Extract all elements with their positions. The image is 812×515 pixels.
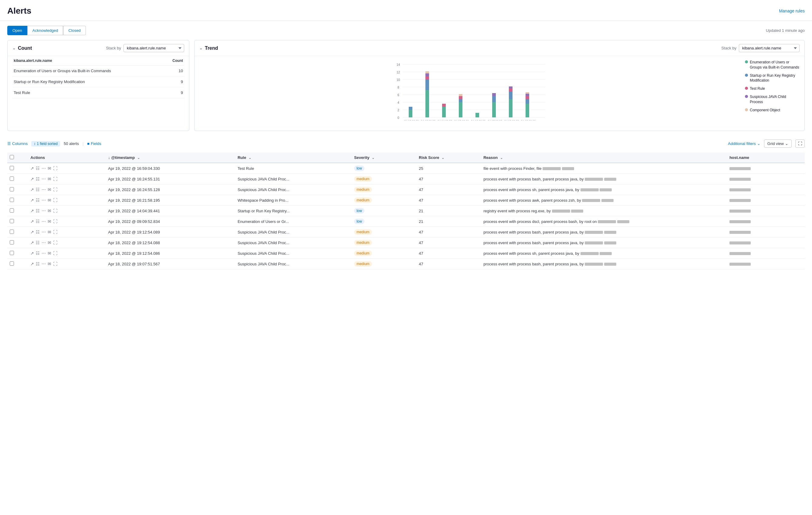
expand-row-icon[interactable]: ↗ bbox=[30, 262, 34, 266]
row-checkbox-3[interactable] bbox=[10, 198, 14, 202]
alert-icon[interactable]: ✉ bbox=[48, 240, 51, 245]
actions-header[interactable]: Actions bbox=[28, 153, 106, 163]
svg-rect-40 bbox=[526, 94, 529, 96]
row-checkbox-6[interactable] bbox=[10, 230, 14, 234]
trend-stack-by-select[interactable]: kibana.alert.rule.name bbox=[739, 44, 800, 52]
alert-icon[interactable]: ✉ bbox=[48, 230, 51, 235]
rule-header[interactable]: Rule ⌄ bbox=[235, 153, 352, 163]
fields-icon: ■ bbox=[87, 141, 89, 146]
action-icon[interactable]: ⛶ bbox=[53, 251, 57, 256]
row-checkbox-7[interactable] bbox=[10, 240, 14, 244]
investigate-icon[interactable]: ☷ bbox=[36, 240, 40, 245]
expand-button[interactable]: ⛶ bbox=[795, 140, 805, 148]
more-icon[interactable]: ⋯ bbox=[41, 262, 46, 266]
more-icon[interactable]: ⋯ bbox=[41, 166, 46, 171]
action-icon[interactable]: ⛶ bbox=[53, 166, 57, 171]
tab-open[interactable]: Open bbox=[7, 26, 27, 35]
more-icon[interactable]: ⋯ bbox=[41, 177, 46, 181]
alert-icon[interactable]: ✉ bbox=[48, 198, 51, 203]
investigate-icon[interactable]: ☷ bbox=[36, 198, 40, 203]
investigate-icon[interactable]: ☷ bbox=[36, 166, 40, 171]
action-icon[interactable]: ⛶ bbox=[53, 208, 57, 213]
severity-chevron-icon: ⌄ bbox=[372, 156, 374, 159]
count-table-row: Test Rule 9 bbox=[12, 87, 184, 98]
alert-icon[interactable]: ✉ bbox=[48, 208, 51, 213]
more-icon[interactable]: ⋯ bbox=[41, 230, 46, 235]
more-icon[interactable]: ⋯ bbox=[41, 240, 46, 245]
riskscore-header[interactable]: Risk Score ⌄ bbox=[416, 153, 481, 163]
toolbar-separator: | bbox=[83, 141, 83, 146]
expand-row-icon[interactable]: ↗ bbox=[30, 177, 34, 181]
select-all-header[interactable] bbox=[7, 153, 28, 163]
hostname-header[interactable]: host.name bbox=[727, 153, 805, 163]
row-checkbox-0[interactable] bbox=[10, 166, 14, 170]
svg-text:04-13 00:00: 04-13 00:00 bbox=[421, 120, 435, 120]
row-rule: Suspicious JAVA Child Proc... bbox=[235, 238, 352, 248]
action-icon[interactable]: ⛶ bbox=[53, 198, 57, 203]
action-icon[interactable]: ⛶ bbox=[53, 230, 57, 235]
additional-filters-button[interactable]: Additional filters ⌄ bbox=[728, 141, 760, 146]
expand-row-icon[interactable]: ↗ bbox=[30, 219, 34, 224]
count-stack-by-select[interactable]: kibana.alert.rule.name bbox=[123, 44, 184, 52]
expand-row-icon[interactable]: ↗ bbox=[30, 208, 34, 213]
expand-row-icon[interactable]: ↗ bbox=[30, 230, 34, 235]
severity-header[interactable]: Severity ⌄ bbox=[352, 153, 416, 163]
row-checkbox-5[interactable] bbox=[10, 219, 14, 223]
expand-row-icon[interactable]: ↗ bbox=[30, 240, 34, 245]
investigate-icon[interactable]: ☷ bbox=[36, 262, 40, 266]
updated-text: Updated 1 minute ago bbox=[766, 28, 805, 33]
row-checkbox-1[interactable] bbox=[10, 177, 14, 181]
expand-icon: ⛶ bbox=[798, 141, 802, 146]
row-actions: ↗ ☷ ⋯ ✉ ⛶ bbox=[28, 248, 106, 259]
alert-icon[interactable]: ✉ bbox=[48, 262, 51, 266]
more-icon[interactable]: ⋯ bbox=[41, 187, 46, 192]
trend-collapse-icon[interactable]: ⌄ bbox=[199, 46, 202, 50]
investigate-icon[interactable]: ☷ bbox=[36, 208, 40, 213]
action-icon[interactable]: ⛶ bbox=[53, 219, 57, 224]
more-icon[interactable]: ⋯ bbox=[41, 251, 46, 256]
reason-header[interactable]: Reason ⌄ bbox=[481, 153, 727, 163]
alert-icon[interactable]: ✉ bbox=[48, 219, 51, 224]
more-icon[interactable]: ⋯ bbox=[41, 208, 46, 213]
row-severity: medium bbox=[352, 195, 416, 206]
row-checkbox-2[interactable] bbox=[10, 187, 14, 191]
manage-rules-link[interactable]: Manage rules bbox=[779, 8, 805, 13]
investigate-icon[interactable]: ☷ bbox=[36, 187, 40, 192]
tab-acknowledged[interactable]: Acknowledged bbox=[27, 26, 63, 35]
investigate-icon[interactable]: ☷ bbox=[36, 219, 40, 224]
fields-button[interactable]: ■ Fields bbox=[87, 141, 102, 146]
row-checkbox-4[interactable] bbox=[10, 208, 14, 213]
action-icon[interactable]: ⛶ bbox=[53, 177, 57, 181]
investigate-icon[interactable]: ☷ bbox=[36, 251, 40, 256]
action-icon[interactable]: ⛶ bbox=[53, 262, 57, 266]
investigate-icon[interactable]: ☷ bbox=[36, 230, 40, 235]
select-all-checkbox[interactable] bbox=[10, 155, 14, 159]
row-checkbox-9[interactable] bbox=[10, 262, 14, 266]
action-icon[interactable]: ⛶ bbox=[53, 187, 57, 192]
more-icon[interactable]: ⋯ bbox=[41, 219, 46, 224]
tab-closed[interactable]: Closed bbox=[63, 26, 86, 35]
timestamp-header[interactable]: ↓ @timestamp ⌄ bbox=[106, 153, 235, 163]
expand-row-icon[interactable]: ↗ bbox=[30, 251, 34, 256]
legend-item: Test Rule bbox=[745, 86, 800, 91]
grid-view-button[interactable]: Grid view ⌄ bbox=[764, 140, 792, 148]
alert-icon[interactable]: ✉ bbox=[48, 166, 51, 171]
svg-text:12: 12 bbox=[397, 71, 400, 74]
fields-label: Fields bbox=[91, 141, 102, 146]
svg-text:04-18 00:00: 04-18 00:00 bbox=[504, 120, 519, 120]
expand-row-icon[interactable]: ↗ bbox=[30, 187, 34, 192]
more-icon[interactable]: ⋯ bbox=[41, 198, 46, 203]
investigate-icon[interactable]: ☷ bbox=[36, 177, 40, 181]
row-checkbox-8[interactable] bbox=[10, 251, 14, 255]
count-table-scroll[interactable]: Enumeration of Users or Groups via Built… bbox=[12, 65, 184, 98]
chart-area: 0 2 4 6 8 10 12 14 bbox=[199, 60, 743, 120]
count-collapse-icon[interactable]: ⌄ bbox=[12, 46, 16, 50]
columns-button[interactable]: ☰ Columns bbox=[7, 141, 28, 146]
action-icon[interactable]: ⛶ bbox=[53, 240, 57, 245]
alert-icon[interactable]: ✉ bbox=[48, 251, 51, 256]
tabs-container: Open Acknowledged Closed bbox=[7, 26, 86, 35]
alert-icon[interactable]: ✉ bbox=[48, 187, 51, 192]
expand-row-icon[interactable]: ↗ bbox=[30, 198, 34, 203]
alert-icon[interactable]: ✉ bbox=[48, 177, 51, 181]
expand-row-icon[interactable]: ↗ bbox=[30, 166, 34, 171]
